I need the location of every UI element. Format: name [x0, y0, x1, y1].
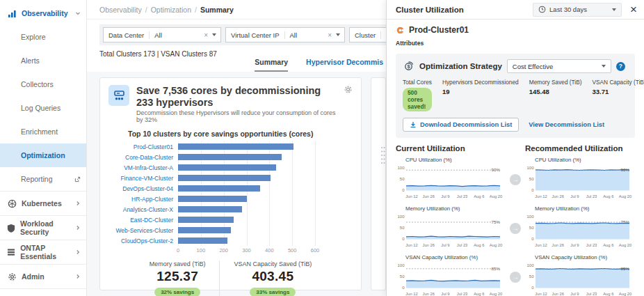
strategy-select[interactable]: Cost Effective	[507, 59, 611, 73]
sidebar-item-optimization[interactable]: Optimization	[0, 143, 86, 167]
panel-title: Cluster Utilization	[396, 6, 464, 14]
area-chart: 05010090%Jun 12Jun 26Jul 9Jul 23Aug 6Aug…	[525, 163, 635, 202]
sidebar-item-label: Workload Security	[20, 219, 75, 236]
strategy-header: $ Optimization Strategy Cost Effective ?	[403, 59, 628, 73]
filter-virtual-center-ip[interactable]: Virtual Center IPAll×	[225, 27, 345, 42]
breadcrumb-optimization[interactable]: Optimization	[151, 6, 191, 14]
clock-icon	[538, 6, 546, 13]
bar-label-east-dc-cluster[interactable]: East-DC-Cluster	[108, 217, 178, 224]
sidebar-item-log-queries[interactable]: Log Queries	[0, 96, 86, 120]
main-content: Observability/Optimization/Summary Data …	[87, 0, 386, 296]
filter-data-center[interactable]: Data CenterAll×	[103, 27, 221, 42]
cluster-utilization-panel: Cluster Utilization Last 30 days × Prod-…	[386, 0, 644, 296]
chart-title: VSAN Capacity Utilization (%)	[535, 254, 635, 260]
sidebar-item-workload-security[interactable]: Workload Security	[0, 216, 86, 240]
panel-resize-handle[interactable]	[380, 145, 386, 166]
breadcrumb-summary: Summary	[200, 6, 234, 14]
bar-label-hr-app-cluster[interactable]: HR-App-Cluster	[108, 196, 178, 203]
svg-text:Aug 20: Aug 20	[490, 194, 502, 198]
external-link-icon	[74, 176, 81, 182]
filter-bar: Data CenterAll×Virtual Center IPAll×Clus…	[99, 24, 386, 45]
savings-card: Save 7,536 cores by decommissioning 233 …	[99, 77, 362, 290]
card-settings-gear-icon[interactable]	[344, 85, 353, 96]
svg-text:85%: 85%	[492, 266, 501, 271]
sidebar: ObservabilityExploreAlertsCollectorsLog …	[0, 0, 87, 296]
bar-label-cloudops-cluster-2[interactable]: CloudOps-Cluster-2	[108, 237, 178, 244]
bar-chart-title: Top 10 clusters by core savings opportun…	[128, 130, 353, 138]
sidebar-item-observability[interactable]: Observability	[0, 1, 86, 25]
bar-label-finance-vm-cluster[interactable]: Finance-VM-Cluster	[108, 175, 178, 182]
sidebar-item-admin[interactable]: Admin	[0, 265, 86, 288]
breadcrumb-observability[interactable]: Observability	[99, 6, 142, 14]
svg-text:Jul 9: Jul 9	[570, 243, 579, 247]
bar	[178, 143, 293, 150]
clear-icon[interactable]: ×	[325, 31, 335, 39]
sidebar-item-enrichment[interactable]: Enrichment	[0, 120, 86, 143]
sidebar-item-alerts[interactable]: Alerts	[0, 49, 86, 72]
tab-summary[interactable]: Summary	[255, 58, 288, 72]
bar-label-vm-infra-cluster-a[interactable]: VM-Infra-Cluster-A	[108, 164, 178, 171]
cluster-totals: Total Clusters 173 | VSAN Clusters 87	[99, 50, 386, 58]
svg-text:75%: 75%	[492, 219, 501, 224]
sidebar-item-label: ONTAP Essentials	[20, 244, 75, 260]
bar-label-prod-cluster01[interactable]: Prod-Cluster01	[108, 143, 178, 150]
app-root: ObservabilityExploreAlertsCollectorsLog …	[0, 0, 644, 296]
help-icon[interactable]: ?	[616, 62, 625, 71]
view-decommission-list-link[interactable]: View Decommission List	[529, 121, 604, 128]
sidebar-item-label: Explore	[21, 33, 46, 41]
clear-icon[interactable]: ×	[201, 31, 211, 39]
gear-icon	[7, 272, 17, 281]
svg-text:Jun 12: Jun 12	[535, 292, 547, 296]
strategy-stats: Total Cores500 cores saved!Hypervisors D…	[403, 79, 628, 111]
cluster-row: Prod-Cluster01	[387, 20, 644, 35]
attributes-row: IP Address: 123.456.789vCenter: vsphere.…	[387, 47, 644, 48]
sidebar-item-label: Optimization	[21, 151, 65, 159]
svg-text:50: 50	[529, 226, 534, 230]
svg-text:Aug 20: Aug 20	[619, 194, 631, 198]
download-decommission-list-button[interactable]: Download Decommission List	[403, 118, 519, 132]
svg-text:90%: 90%	[621, 167, 630, 172]
time-range-select[interactable]: Last 30 days	[533, 3, 622, 17]
arrow-right-icon: →	[510, 174, 521, 185]
svg-text:Jun 12: Jun 12	[405, 194, 417, 198]
bar-label-core-data-cluster[interactable]: Core-Data-Cluster	[108, 154, 178, 161]
sidebar-item-kubernetes[interactable]: Kubernetes	[0, 192, 86, 215]
chevron-down-icon	[602, 65, 606, 68]
utilization-section: Current Utilization Recommended Utilizat…	[387, 138, 644, 296]
sidebar-item-label: Admin	[22, 272, 45, 281]
area-chart: 05010090%Jun 12Jun 26Jul 9Jul 23Aug 6Aug…	[396, 163, 506, 202]
bar-row: Prod-Cluster01	[108, 141, 353, 152]
breadcrumb-separator: /	[145, 6, 147, 14]
svg-text:Jun 26: Jun 26	[552, 194, 563, 198]
kubernetes-icon	[7, 198, 17, 208]
bar	[178, 175, 271, 181]
svg-text:Aug 6: Aug 6	[603, 194, 613, 198]
sidebar-item-reporting[interactable]: Reporting	[0, 167, 86, 191]
sidebar-item-ontap-essentials[interactable]: ONTAP Essentials	[0, 240, 86, 264]
savings-card-header: Save 7,536 cores by decommissioning 233 …	[108, 85, 353, 123]
cost-icon: $	[403, 61, 414, 72]
bar-label-devops-cluster-04[interactable]: DevOps-Cluster-04	[108, 185, 178, 192]
bar-row: East-DC-Cluster	[108, 215, 353, 225]
filter-label: Data Center	[104, 31, 150, 39]
svg-text:50: 50	[529, 177, 534, 181]
svg-text:Jul 23: Jul 23	[586, 243, 597, 247]
sidebar-item-explore[interactable]: Explore	[0, 25, 86, 49]
filter-cluster[interactable]: ClusterAll	[349, 27, 386, 42]
chevron-down-icon[interactable]	[336, 33, 340, 36]
breadcrumb: Observability/Optimization/Summary	[87, 0, 386, 20]
chevron-down-icon[interactable]	[212, 33, 216, 36]
stat-value: 403.45	[234, 269, 312, 284]
tab-hypervisor-decommis[interactable]: Hypervisor Decommis	[306, 58, 383, 72]
svg-text:Jul 9: Jul 9	[441, 292, 449, 296]
bar-label-analytics-cluster-x[interactable]: Analytics-Cluster-X	[108, 206, 178, 213]
bar-label-web-services-cluster[interactable]: Web-Services-Cluster	[108, 227, 178, 234]
svg-text:90%: 90%	[492, 167, 501, 172]
filter-value: All	[381, 31, 386, 39]
close-icon[interactable]: ×	[630, 3, 637, 15]
svg-text:Jun 26: Jun 26	[552, 243, 563, 247]
svg-text:Jun 26: Jun 26	[422, 243, 434, 247]
svg-text:0: 0	[531, 286, 534, 290]
sidebar-item-collectors[interactable]: Collectors	[0, 72, 86, 96]
download-icon	[410, 121, 417, 128]
